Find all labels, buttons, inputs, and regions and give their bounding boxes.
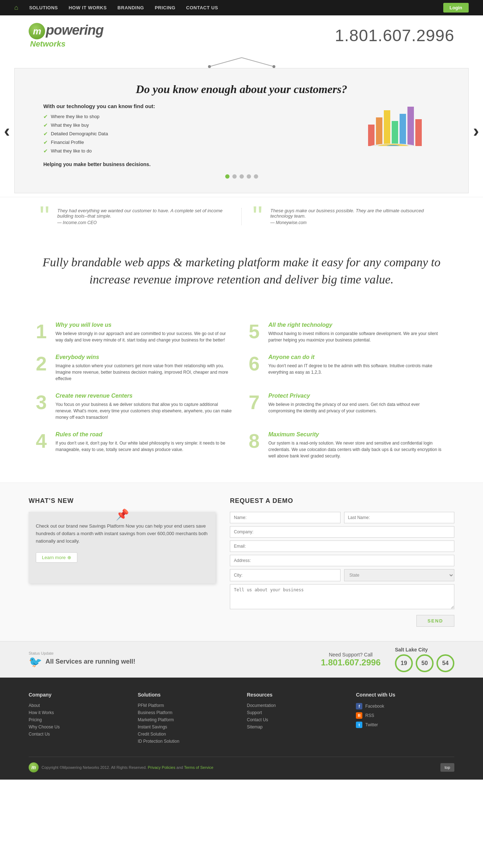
city-input[interactable]	[230, 569, 340, 581]
note-text: Check out our brand new Savings Platform…	[36, 523, 208, 545]
login-button[interactable]: Login	[443, 3, 469, 13]
feature-6: 6 Anyone can do it You don't need an IT …	[242, 349, 455, 387]
feature-title-8: Maximum Security	[269, 431, 448, 438]
feature-desc-8: Our system is a read-only solution. We n…	[269, 440, 448, 459]
site-header: mpowering Networks 1.801.607.2996	[0, 15, 483, 56]
hero-title: Do you know enough about your customers?	[43, 83, 440, 96]
pin-icon: 📌	[116, 508, 129, 521]
hero-chart	[361, 103, 440, 146]
hero-prev-button[interactable]: ‹	[4, 120, 10, 141]
email-input[interactable]	[230, 540, 454, 552]
footer-resources-contact[interactable]: Contact Us	[247, 717, 346, 722]
svg-rect-9	[407, 107, 414, 146]
check-icon: ✔	[43, 122, 48, 128]
footer-bottom: m Copyright ©Mpowering Networks 2012. Al…	[29, 757, 454, 772]
status-left: Status Update 🐦 All Services are running…	[29, 651, 306, 668]
support-label: Need Support? Call	[321, 652, 381, 658]
footer-sitemap[interactable]: Sitemap	[247, 724, 346, 729]
list-item: ✔Financial Profile	[43, 139, 347, 146]
send-button[interactable]: SEND	[416, 615, 454, 627]
nav-contact-us[interactable]: CONTACT US	[186, 5, 218, 10]
footer-instant-savings[interactable]: Instant Savings	[138, 724, 236, 729]
testimonial-1: " They had everything we wanted our cust…	[29, 208, 242, 225]
footer-support[interactable]: Support	[247, 710, 346, 715]
footer-id-protection[interactable]: ID Protection Solution	[138, 739, 236, 744]
feature-7: 7 Protect Privacy We believe in protecti…	[242, 387, 455, 426]
whats-new-section: WHAT'S NEW 📌 Check out our brand new Sav…	[29, 497, 216, 627]
svg-rect-7	[392, 121, 398, 146]
plus-icon: ⊕	[67, 555, 71, 560]
support-phone: 1.801.607.2996	[321, 658, 381, 668]
feature-desc-2: Imagine a solution where your customers …	[55, 363, 235, 382]
feature-title-4: Rules of the road	[55, 431, 235, 438]
footer-about[interactable]: About	[29, 703, 127, 708]
footer-facebook[interactable]: f Facebook	[356, 703, 454, 709]
hero-next-button[interactable]: ›	[473, 120, 479, 141]
feature-1: 1 Why you will love us We believe strong…	[29, 316, 242, 349]
hero-dot-4[interactable]	[247, 174, 251, 179]
note-card: 📌 Check out our brand new Savings Platfo…	[29, 512, 216, 583]
footer-how-it-works[interactable]: How it Works	[29, 710, 127, 715]
hero-dot-3[interactable]	[240, 174, 244, 179]
svg-rect-8	[400, 114, 406, 146]
clock-minutes: 50	[416, 654, 434, 672]
footer-pricing[interactable]: Pricing	[29, 717, 127, 722]
hero-tagline: Helping you make better business decisio…	[43, 161, 347, 167]
nav-pricing[interactable]: PRICING	[155, 5, 175, 10]
list-item: ✔What they like buy	[43, 122, 347, 128]
footer-privacy-link[interactable]: Privacy Policies	[148, 765, 175, 770]
footer-resources-title: Resources	[247, 692, 346, 698]
footer-business-platform[interactable]: Business Platform	[138, 710, 236, 715]
footer-contact-us[interactable]: Contact Us	[29, 732, 127, 737]
nav-branding[interactable]: BRANDING	[117, 5, 144, 10]
svg-line-1	[242, 58, 274, 67]
svg-line-0	[209, 58, 242, 67]
business-textarea[interactable]	[230, 584, 454, 609]
footer-columns: Company About How it Works Pricing Why C…	[29, 692, 454, 746]
footer-credit-solution[interactable]: Credit Solution	[138, 732, 236, 737]
footer-why-choose-us[interactable]: Why Choose Us	[29, 724, 127, 729]
features-section: 1 Why you will love us We believe strong…	[0, 306, 483, 483]
learn-more-button[interactable]: Learn more ⊕	[36, 552, 77, 563]
nav-how-it-works[interactable]: HOW IT WORKS	[69, 5, 107, 10]
company-input[interactable]	[230, 526, 454, 538]
lastname-input[interactable]	[344, 512, 454, 523]
back-to-top-button[interactable]: top	[440, 763, 454, 772]
name-input[interactable]	[230, 512, 340, 523]
twitter-icon: t	[356, 722, 362, 728]
feature-number-7: 7	[249, 393, 263, 412]
footer-twitter[interactable]: t Twitter	[356, 722, 454, 728]
address-input[interactable]	[230, 555, 454, 566]
testimonials-section: " They had everything we wanted our cust…	[0, 197, 483, 236]
footer-pfm[interactable]: PFM Platform	[138, 703, 236, 708]
nav-home[interactable]: ⌂	[14, 4, 18, 11]
main-tagline: Fully brandable web apps & marketing pla…	[36, 254, 447, 288]
request-demo-title: REQUEST A DEMO	[230, 497, 454, 505]
clock-hours: 19	[395, 654, 413, 672]
hero-dot-5[interactable]	[254, 174, 258, 179]
hero-dots	[43, 174, 440, 179]
nav-items: ⌂ SOLUTIONS HOW IT WORKS BRANDING PRICIN…	[14, 4, 443, 11]
hero-dot-2[interactable]	[232, 174, 237, 179]
feature-title-5: All the right technology	[269, 322, 448, 328]
logo-networks: Networks	[30, 39, 66, 49]
footer-rss[interactable]: R RSS	[356, 712, 454, 719]
footer-terms-link[interactable]: Terms of Service	[184, 765, 213, 770]
feature-3: 3 Create new revenue Centers You focus o…	[29, 387, 242, 426]
footer-marketing-platform[interactable]: Marketing Platform	[138, 717, 236, 722]
footer-resources-col: Resources Documentation Support Contact …	[247, 692, 346, 746]
state-select[interactable]: State ALAKAZCACO FLGANYTXUT	[344, 569, 454, 581]
footer-solutions-col: Solutions PFM Platform Business Platform…	[138, 692, 236, 746]
city-label: Salt Lake City	[395, 647, 454, 653]
feature-title-7: Protect Privacy	[269, 393, 448, 399]
svg-rect-6	[384, 110, 390, 146]
feature-2: 2 Everybody wins Imagine a solution wher…	[29, 349, 242, 387]
feature-desc-5: Without having to invest millions in com…	[269, 330, 448, 343]
hero-dot-1[interactable]	[225, 174, 230, 179]
nav-solutions[interactable]: SOLUTIONS	[29, 5, 58, 10]
testimonial-author-1: — Income.com CEO	[39, 220, 231, 225]
hero-subtitle: With our technology you can know find ou…	[43, 103, 347, 109]
facebook-icon: f	[356, 703, 362, 709]
feature-desc-6: You don't need an IT degree to be the ad…	[269, 363, 448, 375]
footer-documentation[interactable]: Documentation	[247, 703, 346, 708]
